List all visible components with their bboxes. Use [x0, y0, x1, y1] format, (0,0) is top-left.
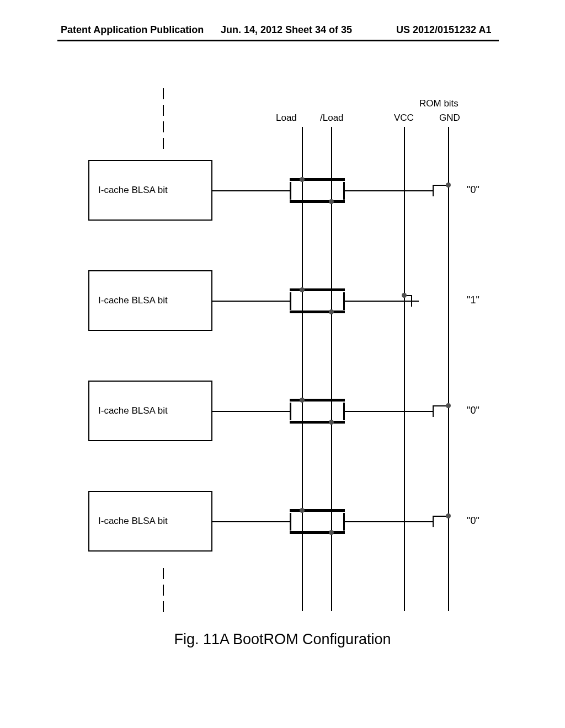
tgate-side: [290, 513, 291, 531]
icache-blsa-bit-box: I-cache BLSA bit: [88, 270, 212, 331]
header-left: Patent Application Publication: [61, 24, 204, 36]
header-rule: [57, 40, 499, 41]
bootrom-diagram: ROM bits Load /Load VCC GND I-cache BLSA…: [66, 105, 497, 645]
icache-blsa-bit-box: I-cache BLSA bit: [88, 160, 212, 221]
dash-bottom: [163, 585, 164, 596]
transistor-gate: [433, 185, 434, 196]
node: [446, 403, 451, 408]
tgate-bar: [290, 311, 345, 313]
transistor-gate: [433, 406, 434, 417]
node: [300, 398, 305, 403]
label-load: Load: [276, 113, 297, 124]
rom-value-label: "1": [467, 295, 479, 306]
label-rombits: ROM bits: [419, 98, 459, 109]
header-middle: Jun. 14, 2012 Sheet 34 of 35: [221, 24, 352, 36]
tgate-bar: [290, 178, 345, 181]
label-vcc: VCC: [394, 113, 414, 124]
transistor-gate: [411, 296, 412, 307]
tgate-bar: [290, 399, 345, 402]
line-load: [302, 127, 303, 611]
box-label: I-cache BLSA bit: [98, 185, 168, 196]
box-label: I-cache BLSA bit: [98, 516, 168, 527]
line-vcc: [404, 127, 405, 611]
wire: [212, 521, 290, 522]
wire: [212, 411, 290, 412]
line-gnd: [448, 127, 449, 611]
icache-blsa-bit-box: I-cache BLSA bit: [88, 381, 212, 441]
wire: [345, 521, 425, 522]
box-label: I-cache BLSA bit: [98, 295, 168, 306]
wire: [345, 301, 411, 302]
tgate-side: [290, 182, 291, 200]
wire: [212, 190, 290, 191]
node: [446, 183, 451, 188]
wire: [212, 301, 290, 302]
node: [329, 309, 334, 314]
node: [329, 420, 334, 425]
tgate-bar: [290, 421, 345, 424]
tgate-side: [290, 403, 291, 420]
rom-value-label: "0": [467, 184, 479, 196]
node: [402, 293, 407, 298]
rom-value-label: "0": [467, 515, 479, 527]
tgate-bar: [290, 288, 345, 291]
dash-top: [163, 88, 164, 99]
transistor-stub: [425, 411, 433, 412]
transistor-stub: [411, 301, 419, 302]
box-label: I-cache BLSA bit: [98, 405, 168, 416]
header-right: US 2012/0151232 A1: [396, 24, 491, 36]
label-gnd: GND: [439, 113, 460, 124]
figure-caption: Fig. 11A BootROM Configuration: [0, 631, 565, 648]
node: [300, 287, 305, 292]
node: [329, 199, 334, 204]
tgate-bar: [290, 509, 345, 512]
label-nload: /Load: [320, 113, 344, 124]
dash-top: [163, 138, 164, 149]
dash-top: [163, 105, 164, 116]
wire: [345, 411, 425, 412]
dash-bottom: [163, 601, 164, 612]
dash-top: [163, 121, 164, 132]
tgate-bar: [290, 200, 345, 203]
transistor-stub: [425, 190, 433, 191]
wire: [345, 190, 425, 191]
rom-value-label: "0": [467, 405, 479, 416]
dash-bottom: [163, 568, 164, 579]
tgate-side: [290, 292, 291, 310]
transistor-stub: [425, 521, 433, 522]
icache-blsa-bit-box: I-cache BLSA bit: [88, 491, 212, 552]
node: [300, 508, 305, 513]
tgate-bar: [290, 531, 345, 534]
transistor-gate: [433, 516, 434, 527]
node: [300, 177, 305, 182]
node: [446, 513, 451, 518]
node: [329, 530, 334, 535]
